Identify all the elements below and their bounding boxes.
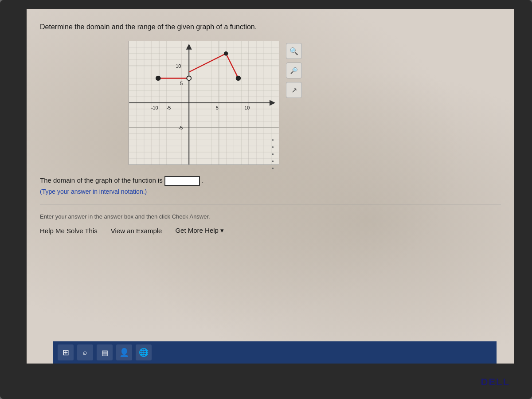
- view-example-button[interactable]: View an Example: [111, 227, 162, 235]
- zoom-out-button[interactable]: 🔍: [286, 63, 302, 78]
- tools-panel: 🔍 🔍 ↗ • • • • •: [286, 43, 302, 137]
- zoom-in-button[interactable]: 🔍: [286, 43, 302, 59]
- windows-button[interactable]: ⊞: [58, 344, 74, 360]
- divider: [40, 204, 501, 204]
- domain-prompt: The domain of the graph of the function …: [40, 176, 163, 184]
- user-button[interactable]: 👤: [116, 344, 132, 360]
- graph-svg: -10 -5 5 10 10 5 -5: [129, 41, 279, 164]
- search-icon: ⌕: [83, 348, 87, 356]
- svg-point-59: [236, 76, 240, 81]
- graph-canvas: -10 -5 5 10 10 5 -5: [129, 41, 279, 165]
- answer-input[interactable]: [164, 176, 200, 186]
- zoom-out-icon: 🔍: [290, 67, 298, 74]
- graph-container: -10 -5 5 10 10 5 -5: [129, 41, 279, 165]
- browser-button[interactable]: 🌐: [136, 344, 152, 360]
- graph-section: -10 -5 5 10 10 5 -5: [40, 41, 501, 165]
- domain-section: The domain of the graph of the function …: [40, 176, 501, 195]
- instruction-text: Enter your answer in the answer box and …: [40, 213, 501, 220]
- get-more-help-button[interactable]: Get More Help ▾: [175, 227, 224, 235]
- brand-text: DELL: [481, 376, 510, 387]
- svg-text:5: 5: [180, 81, 183, 86]
- external-link-button[interactable]: ↗: [286, 82, 302, 98]
- question-title-text: Determine the domain and the range of th…: [40, 23, 257, 31]
- svg-point-58: [224, 52, 228, 55]
- dell-logo: DELL: [481, 376, 510, 388]
- user-icon: 👤: [119, 348, 129, 357]
- question-title: Determine the domain and the range of th…: [40, 22, 501, 32]
- search-button[interactable]: ⌕: [77, 344, 93, 360]
- svg-text:-5: -5: [167, 105, 171, 110]
- content-area: Determine the domain and the range of th…: [27, 9, 514, 364]
- svg-text:10: 10: [176, 63, 181, 69]
- svg-text:-5: -5: [179, 125, 183, 130]
- screen: Determine the domain and the range of th…: [27, 9, 514, 364]
- instruction-content: Enter your answer in the answer box and …: [40, 213, 210, 220]
- zoom-in-icon: 🔍: [289, 47, 298, 55]
- svg-point-56: [156, 76, 160, 81]
- bottom-buttons: Help Me Solve This View an Example Get M…: [40, 227, 501, 235]
- snap-button[interactable]: ▤: [97, 344, 113, 360]
- ellipsis-icon: • • • • •: [272, 137, 275, 172]
- svg-point-57: [187, 76, 191, 81]
- interval-note-text: (Type your answer in interval notation.): [40, 188, 147, 195]
- svg-text:5: 5: [216, 105, 219, 110]
- domain-question-text: The domain of the graph of the function …: [40, 176, 501, 186]
- svg-text:-10: -10: [151, 105, 158, 110]
- snap-icon: ▤: [102, 348, 108, 357]
- external-link-icon: ↗: [291, 86, 297, 94]
- windows-icon: ⊞: [63, 348, 69, 357]
- svg-text:10: 10: [244, 105, 250, 110]
- help-solve-button[interactable]: Help Me Solve This: [40, 227, 98, 235]
- interval-note: (Type your answer in interval notation.): [40, 188, 501, 195]
- taskbar: ⊞ ⌕ ▤ 👤 🌐: [53, 341, 497, 364]
- browser-icon: 🌐: [139, 348, 149, 357]
- period: .: [202, 176, 203, 184]
